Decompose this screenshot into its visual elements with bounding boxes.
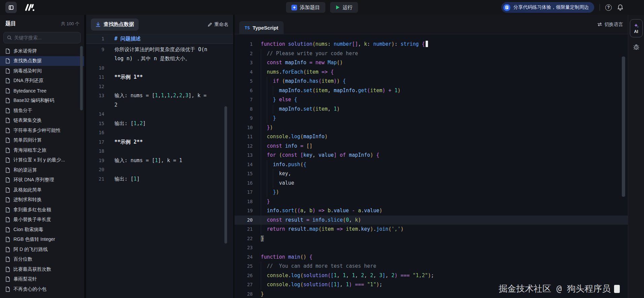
- tk-line[interactable]: 4 nums.forEach(item => {: [235, 68, 628, 77]
- switch-language-button[interactable]: 切换语言: [597, 22, 623, 28]
- sidebar-item[interactable]: 计算位置 x 到 y 的最少...: [0, 155, 84, 165]
- help-icon[interactable]: ?: [605, 4, 612, 11]
- tk-line[interactable]: 19 info.sort((a, b) => b.value - a.value…: [235, 206, 628, 216]
- md-line[interactable]: 18: [86, 147, 233, 156]
- sidebar-item-label: 简单四则计算: [13, 137, 42, 143]
- sidebar-scrollbar[interactable]: [80, 46, 83, 110]
- md-line[interactable]: 21输出: [1]: [86, 175, 233, 184]
- ai-assistant-button[interactable]: AI: [630, 19, 643, 37]
- tk-line[interactable]: 25 // You can add more test cases here: [235, 262, 628, 271]
- tk-line[interactable]: 6 mapInfo.set(item, mapInfo.get(item) + …: [235, 86, 628, 96]
- tk-line[interactable]: 10 }): [235, 123, 628, 133]
- sidebar-item[interactable]: 和的逆运算: [0, 165, 84, 175]
- tk-line[interactable]: 22}: [235, 234, 628, 244]
- sidebar-item[interactable]: Base32 编码和解码: [0, 96, 84, 106]
- sidebar-item[interactable]: 链表聚集交换: [0, 116, 84, 126]
- tk-line[interactable]: 15 key,: [235, 169, 628, 179]
- file-icon: [5, 217, 10, 222]
- sidebar-item[interactable]: DNA 序列还原: [0, 76, 84, 86]
- md-line[interactable]: 15输出: [1,2]: [86, 119, 233, 128]
- tk-line[interactable]: 20 const result = info.slice(0, k): [235, 216, 628, 225]
- sidebar-item[interactable]: 查找热点数据: [0, 56, 84, 66]
- line-content: console.log(mapInfo): [261, 132, 628, 142]
- token: console: [267, 134, 288, 140]
- sidebar-item[interactable]: 简单四则计算: [0, 136, 84, 146]
- md-line[interactable]: 11**示例 1**: [86, 73, 233, 82]
- md-line[interactable]: 17**示例 2**: [86, 138, 233, 147]
- sidebar-item[interactable]: 字符串有多少种可能性: [0, 125, 84, 136]
- md-line[interactable]: 19输入: nums = [1], k = 1: [86, 156, 233, 165]
- tk-line[interactable]: 24function main() {: [235, 253, 628, 262]
- sidebar-item[interactable]: 最小替换子串长度: [0, 215, 84, 225]
- sidebar-item[interactable]: 进制求和转换: [0, 195, 84, 205]
- user-avatar[interactable]: [629, 3, 639, 12]
- tk-line[interactable]: 18 }: [235, 197, 628, 207]
- tk-line[interactable]: 3 const mapInfo = new Map(): [235, 58, 628, 68]
- tk-line[interactable]: 14 info.push({: [235, 160, 628, 170]
- sidebar-item[interactable]: 环状 DNA 序列整理: [0, 175, 84, 185]
- sidebar-item[interactable]: 猫鱼分干: [0, 106, 84, 116]
- tk-line[interactable]: 21 return result.map(item => item.key).j…: [235, 225, 628, 234]
- tk-line[interactable]: 26 console.log(solution([1, 1, 1, 2, 2, …: [235, 271, 628, 281]
- token: {: [310, 254, 313, 260]
- tk-line[interactable]: 7 } else {: [235, 95, 628, 105]
- search-box[interactable]: [3, 32, 81, 43]
- notifications-bell-icon[interactable]: [617, 4, 623, 11]
- tk-line[interactable]: 13 for (const [key, value] of mapInfo) {: [235, 151, 628, 160]
- tk-line[interactable]: 11 console.log(mapInfo): [235, 132, 628, 142]
- sidebar-item[interactable]: 暴雨梨花针: [0, 274, 84, 285]
- tk-line[interactable]: 9 }: [235, 114, 628, 123]
- app-logo[interactable]: [24, 3, 35, 12]
- tk-line[interactable]: 5 if (mapInfo.has(item)) {: [235, 77, 628, 86]
- rename-button[interactable]: 重命名: [208, 22, 228, 28]
- token: mapInfo: [334, 87, 355, 94]
- md-line[interactable]: log n) ，其中 n 是数组大小。: [86, 54, 233, 64]
- editor-scrollbar[interactable]: [622, 57, 625, 197]
- md-line[interactable]: 12: [86, 82, 233, 91]
- sidebar-item[interactable]: 及格如此简单: [0, 185, 84, 195]
- debug-bug-icon[interactable]: [633, 43, 639, 50]
- tk-line[interactable]: 8 mapInfo.set(item, 1): [235, 105, 628, 114]
- sidebar-item[interactable]: RGB 色值转 Integer: [0, 235, 84, 245]
- md-line[interactable]: 9你所设计算法的时间复杂度必须优于 O(n: [86, 45, 233, 54]
- line-content: nums.forEach(item => {: [261, 68, 628, 77]
- code-editor[interactable]: 1function solution(nums: number[], k: nu…: [235, 34, 628, 298]
- sidebar-toggle-button[interactable]: [5, 2, 17, 13]
- tk-line[interactable]: 16 value: [235, 179, 628, 188]
- sidebar-item[interactable]: 阿 D 的飞行路线: [0, 245, 84, 255]
- problem-tab[interactable]: 查找热点数据: [91, 18, 139, 31]
- tk-line[interactable]: 23: [235, 243, 628, 253]
- md-line[interactable]: 20: [86, 165, 233, 175]
- sidebar-item[interactable]: 拿到最多红包金额: [0, 205, 84, 215]
- tk-line[interactable]: 12 const info = []: [235, 142, 628, 151]
- tk-line[interactable]: 2 // Please write your code here: [235, 49, 628, 59]
- tab-typescript[interactable]: TS TypeScript: [239, 21, 284, 34]
- add-question-button[interactable]: + 添加题目: [286, 2, 325, 13]
- problem-editor[interactable]: 1# 问题描述 9你所设计算法的时间复杂度必须优于 O(nlog n) ，其中 …: [86, 34, 233, 298]
- file-icon: [5, 138, 10, 143]
- sidebar-item[interactable]: 比赛最高获胜次数: [0, 264, 84, 274]
- token: -: [349, 208, 358, 214]
- sidebar-item[interactable]: 不再贪心的小包: [0, 284, 84, 294]
- run-button[interactable]: 运行: [330, 2, 358, 13]
- token: item: [370, 87, 382, 94]
- md-line[interactable]: 2: [86, 101, 233, 110]
- sidebar-item[interactable]: 多米诺骨牌: [0, 46, 84, 56]
- search-input[interactable]: [14, 35, 77, 40]
- md-line[interactable]: 16: [86, 128, 233, 138]
- md-line[interactable]: 13输入: nums = [1,1,1,2,2,3], k =: [86, 91, 233, 101]
- md-line[interactable]: 14: [86, 110, 233, 119]
- md-line[interactable]: 10: [86, 64, 233, 73]
- sidebar-item[interactable]: 病毒感染时间: [0, 66, 84, 76]
- share-banner[interactable]: 分享代码练习体验，领限量定制周边: [501, 2, 594, 13]
- token: ;: [379, 282, 382, 288]
- sidebar-item[interactable]: Cion 勒索病毒: [0, 225, 84, 235]
- problem-scrollbar[interactable]: [224, 106, 227, 244]
- indent-guide: [267, 179, 267, 188]
- token: (: [313, 87, 316, 94]
- sidebar-item[interactable]: Bytedance Tree: [0, 86, 84, 96]
- sidebar-item[interactable]: 百分位数: [0, 255, 84, 265]
- tk-line[interactable]: 17 }): [235, 188, 628, 197]
- sidebar-item[interactable]: 青海湖租车之旅: [0, 145, 84, 155]
- tk-line[interactable]: 1function solution(nums: number[], k: nu…: [235, 40, 628, 49]
